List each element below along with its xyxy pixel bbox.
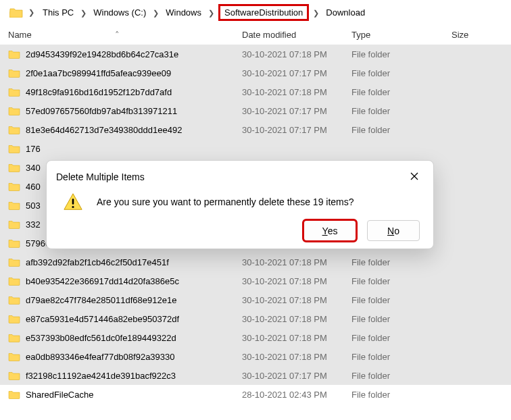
column-headers: Name ˄ Date modified Type Size <box>0 24 511 45</box>
delete-confirmation-dialog: Delete Multiple Items Are you sure you w… <box>46 160 434 249</box>
file-date: 30-10-2021 07:17 PM <box>237 68 346 78</box>
breadcrumb-separator: ❯ <box>309 9 323 17</box>
file-name: b40e935422e366917dd14d20fa386e5c <box>26 276 179 286</box>
file-type: File folder <box>346 49 446 59</box>
file-name: 81e3e64d462713d7e349380ddd1ee492 <box>26 125 182 135</box>
column-header-type[interactable]: Type <box>346 30 446 40</box>
file-name: 49f18c9fa916bd16d1952f12b7dd7afd <box>26 87 172 97</box>
folder-icon <box>8 49 20 59</box>
dialog-close-button[interactable] <box>405 167 424 186</box>
folder-icon <box>8 257 20 267</box>
file-row[interactable]: ea0db893346e4feaf77db08f92a3933030-10-20… <box>0 347 511 366</box>
file-type: File folder <box>346 295 446 305</box>
file-date: 30-10-2021 07:18 PM <box>237 87 346 97</box>
file-date: 30-10-2021 07:18 PM <box>237 295 346 305</box>
file-date: 28-10-2021 02:43 PM <box>237 390 346 400</box>
breadcrumb-item[interactable]: SoftwareDistribution <box>218 4 309 21</box>
file-row[interactable]: e537393b08edfc561dc0fe189449322d30-10-20… <box>0 328 511 347</box>
file-row[interactable]: e87ca5931e4d571446a82ebe950372df30-10-20… <box>0 309 511 328</box>
folder-icon <box>8 182 20 191</box>
file-type: File folder <box>346 352 446 362</box>
file-type: File folder <box>346 276 446 286</box>
file-name: 332 <box>26 219 41 230</box>
folder-icon <box>8 314 20 323</box>
file-name: ea0db893346e4feaf77db08f92a39330 <box>26 352 175 362</box>
folder-icon <box>8 371 20 380</box>
file-name: 460 <box>26 182 41 192</box>
file-date: 30-10-2021 07:18 PM <box>237 49 346 59</box>
file-type: File folder <box>346 106 446 116</box>
file-type: File folder <box>346 125 446 135</box>
file-row[interactable]: 2f0e1aa7bc989941ffd5afeac939ee0930-10-20… <box>0 63 511 82</box>
breadcrumb-item[interactable]: Windows (C:) <box>91 6 149 19</box>
column-header-name[interactable]: Name ˄ <box>8 30 237 40</box>
file-name: SharedFileCache <box>26 390 93 400</box>
file-type: File folder <box>346 390 446 400</box>
dialog-title: Delete Multiple Items <box>56 172 145 182</box>
file-row[interactable]: afb392d92fab2f1cb46c2f50d17e451f30-10-20… <box>0 253 511 271</box>
file-row[interactable]: SharedFileCache28-10-2021 02:43 PMFile f… <box>0 385 511 404</box>
sort-indicator-icon: ˄ <box>115 30 122 40</box>
folder-icon <box>8 352 20 361</box>
file-type: File folder <box>346 333 446 343</box>
breadcrumb-separator: ❯ <box>149 9 163 17</box>
folder-icon <box>8 276 20 286</box>
file-row[interactable]: 2d9453439f92e19428bd6b64c27ca31e30-10-20… <box>0 45 511 63</box>
folder-icon <box>8 68 20 78</box>
column-header-date[interactable]: Date modified <box>237 30 346 40</box>
file-date: 30-10-2021 07:18 PM <box>237 333 346 343</box>
folder-icon <box>8 390 20 399</box>
file-row[interactable]: d79ae82c47f784e285011df68e912e1e30-10-20… <box>0 290 511 309</box>
file-row[interactable]: 176 <box>0 139 511 158</box>
file-name: 2d9453439f92e19428bd6b64c27ca31e <box>26 49 178 59</box>
breadcrumb-item[interactable]: This PC <box>40 6 76 19</box>
file-name: e537393b08edfc561dc0fe189449322d <box>26 333 176 343</box>
folder-icon <box>8 201 20 210</box>
file-date: 30-10-2021 07:18 PM <box>237 314 346 324</box>
file-name: 176 <box>26 144 41 154</box>
file-row[interactable]: b40e935422e366917dd14d20fa386e5c30-10-20… <box>0 271 511 290</box>
file-name: 2f0e1aa7bc989941ffd5afeac939ee09 <box>26 68 171 78</box>
no-button[interactable]: No <box>367 220 420 241</box>
file-type: File folder <box>346 371 446 381</box>
column-name-label: Name <box>8 30 32 40</box>
file-date: 30-10-2021 07:18 PM <box>237 276 346 286</box>
file-row[interactable]: f32198c11192ae4241de391bacf922c330-10-20… <box>0 366 511 385</box>
folder-icon <box>8 333 20 342</box>
folder-icon <box>8 295 20 305</box>
file-date: 30-10-2021 07:18 PM <box>237 257 346 267</box>
file-row[interactable]: 49f18c9fa916bd16d1952f12b7dd7afd30-10-20… <box>0 82 511 101</box>
file-name: e87ca5931e4d571446a82ebe950372df <box>26 314 179 324</box>
folder-icon <box>8 163 20 172</box>
file-type: File folder <box>346 87 446 97</box>
breadcrumb: ❯ This PC❯Windows (C:)❯Windows❯SoftwareD… <box>0 0 511 24</box>
file-date: 30-10-2021 07:17 PM <box>237 371 346 381</box>
breadcrumb-separator: ❯ <box>76 9 91 17</box>
breadcrumb-item[interactable]: Download <box>323 6 368 19</box>
warning-icon <box>63 192 83 212</box>
file-name: 340 <box>26 163 41 173</box>
file-date: 30-10-2021 07:17 PM <box>237 125 346 135</box>
folder-icon <box>8 219 20 229</box>
file-name: f32198c11192ae4241de391bacf922c3 <box>26 371 176 381</box>
file-row[interactable]: 81e3e64d462713d7e349380ddd1ee49230-10-20… <box>0 120 511 139</box>
folder-icon <box>8 106 20 115</box>
breadcrumb-separator: ❯ <box>204 9 218 17</box>
file-name: d79ae82c47f784e285011df68e912e1e <box>26 295 176 305</box>
file-row[interactable]: 57ed097657560fdb97ab4fb31397121130-10-20… <box>0 101 511 120</box>
root-folder-icon[interactable] <box>9 7 23 18</box>
file-date: 30-10-2021 07:18 PM <box>237 352 346 362</box>
file-date: 30-10-2021 07:17 PM <box>237 106 346 116</box>
folder-icon <box>8 144 20 153</box>
close-icon <box>410 172 418 182</box>
breadcrumb-item[interactable]: Windows <box>163 6 204 19</box>
file-name: afb392d92fab2f1cb46c2f50d17e451f <box>26 257 169 267</box>
yes-button[interactable]: Yes <box>303 220 356 241</box>
svg-point-1 <box>72 206 74 208</box>
svg-rect-0 <box>72 199 74 204</box>
file-type: File folder <box>346 257 446 267</box>
folder-icon <box>8 125 20 134</box>
folder-icon <box>8 87 20 97</box>
folder-icon <box>8 238 20 248</box>
column-header-size[interactable]: Size <box>446 30 503 40</box>
